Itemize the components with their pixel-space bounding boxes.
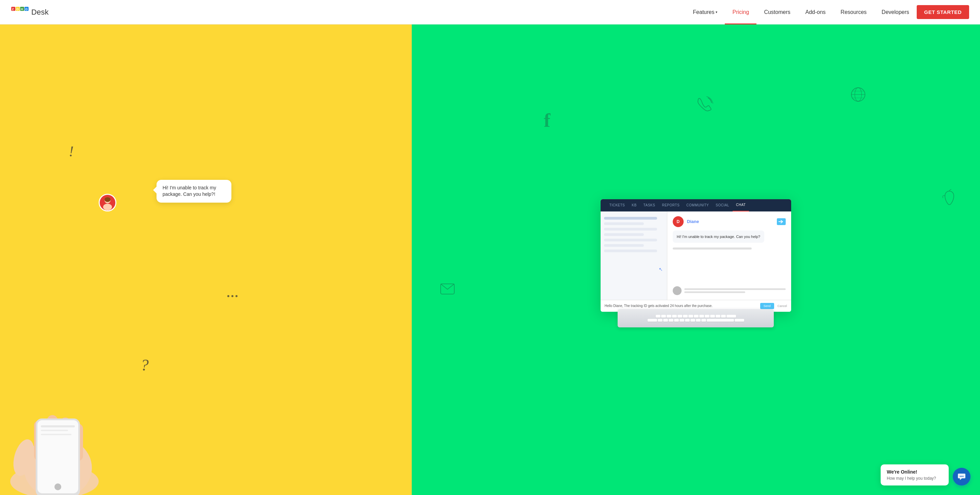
- app-nav-tickets[interactable]: TICKETS: [606, 199, 628, 211]
- svg-point-37: [961, 476, 962, 477]
- app-sidebar: ↖: [601, 211, 667, 300]
- key: [663, 319, 668, 322]
- svg-point-36: [960, 476, 961, 477]
- svg-rect-21: [37, 420, 78, 493]
- keyboard-row-2: [620, 319, 771, 322]
- key: [679, 319, 684, 322]
- svg-text:!: !: [69, 143, 74, 160]
- app-nav-kb[interactable]: KB: [628, 199, 640, 211]
- deco-exclaim-icon: !: [66, 142, 76, 164]
- compose-text[interactable]: Hello Diane, The tracking ID gets activa…: [605, 304, 757, 308]
- cancel-button[interactable]: Cancel: [778, 304, 787, 308]
- key: [710, 315, 715, 317]
- key: [688, 315, 693, 317]
- reply-line: [684, 288, 786, 290]
- svg-text:Z: Z: [12, 8, 14, 11]
- svg-point-11: [231, 295, 234, 297]
- key: [661, 315, 666, 317]
- app-nav-tasks[interactable]: TASKS: [640, 199, 659, 211]
- chat-user-name: Diane: [687, 219, 699, 224]
- chat-user-avatar: D: [673, 216, 684, 227]
- key: [669, 319, 673, 322]
- svg-text:O: O: [16, 8, 19, 11]
- svg-rect-23: [41, 430, 68, 431]
- sidebar-line: [604, 233, 644, 236]
- svg-text:?: ?: [140, 356, 149, 374]
- chat-popup: We're Online! How may I help you today?: [881, 465, 949, 485]
- svg-point-10: [227, 295, 229, 297]
- spacebar-key: [707, 319, 734, 322]
- chat-forward-icon: [777, 218, 786, 225]
- svg-rect-24: [41, 434, 72, 435]
- key: [658, 319, 662, 322]
- app-window: TICKETS KB TASKS REPORTS COMMUNITY SOCIA…: [601, 199, 791, 312]
- reply-avatar: [673, 286, 682, 295]
- get-started-button[interactable]: GET STARTED: [917, 5, 969, 19]
- nav-resources[interactable]: Resources: [833, 0, 874, 24]
- nav-developers[interactable]: Developers: [874, 0, 917, 24]
- key: [735, 319, 744, 322]
- svg-text:f: f: [544, 109, 550, 130]
- app-nav-community[interactable]: COMMUNITY: [683, 199, 712, 211]
- apple-icon: [942, 189, 957, 210]
- svg-point-12: [235, 295, 237, 297]
- chat-widget-button[interactable]: [953, 468, 970, 485]
- cursor-icon: ↖: [659, 267, 663, 272]
- zoho-logo-icon[interactable]: Z O H O: [11, 6, 29, 18]
- key: [672, 315, 677, 317]
- sidebar-line: [604, 228, 657, 230]
- deco-dots-icon: [226, 293, 240, 301]
- app-nav-reports[interactable]: REPORTS: [659, 199, 683, 211]
- nav-addons[interactable]: Add-ons: [798, 0, 833, 24]
- hand-phone-illustration: [0, 352, 136, 495]
- chat-spacer: [673, 253, 786, 283]
- svg-text:H: H: [21, 8, 23, 11]
- svg-point-25: [54, 484, 61, 490]
- sidebar-line: [604, 239, 657, 241]
- main-nav: Features ▾ Pricing Customers Add-ons Res…: [685, 0, 969, 24]
- send-button[interactable]: Send: [760, 303, 774, 309]
- app-nav-social[interactable]: SOCIAL: [712, 199, 733, 211]
- key: [674, 319, 679, 322]
- reply-text-preview: [684, 288, 786, 293]
- key: [678, 315, 682, 317]
- key: [648, 319, 657, 322]
- chat-reply-placeholder: [673, 248, 752, 249]
- product-name: Desk: [31, 8, 49, 17]
- sidebar-line: [604, 222, 644, 225]
- key: [716, 315, 721, 317]
- key: [656, 315, 660, 317]
- header: Z O H O Desk Features ▾ Pricing Customer…: [0, 0, 980, 24]
- key: [699, 315, 704, 317]
- nav-pricing[interactable]: Pricing: [725, 0, 756, 24]
- app-nav-bar: TICKETS KB TASKS REPORTS COMMUNITY SOCIA…: [601, 199, 791, 211]
- chat-popup-subtitle: How may I help you today?: [887, 476, 943, 481]
- key: [667, 315, 671, 317]
- features-chevron-icon: ▾: [716, 10, 717, 14]
- user-avatar: [99, 194, 116, 211]
- svg-point-27: [103, 204, 112, 211]
- chat-popup-title: We're Online!: [887, 469, 943, 474]
- left-panel: ! ?: [0, 24, 412, 495]
- phone-icon: [696, 95, 714, 116]
- svg-point-38: [963, 476, 964, 477]
- app-nav-chat[interactable]: CHAT: [733, 199, 749, 211]
- key: [694, 315, 698, 317]
- nav-features[interactable]: Features ▾: [685, 0, 725, 24]
- right-panel: f: [412, 24, 980, 495]
- desktop-mockup: TICKETS KB TASKS REPORTS COMMUNITY SOCIA…: [601, 199, 791, 327]
- sidebar-line: [604, 217, 657, 220]
- globe-icon: [850, 86, 867, 108]
- email-icon: [440, 283, 455, 298]
- svg-point-28: [105, 197, 111, 202]
- logo-area: Z O H O Desk: [11, 6, 49, 18]
- key: [685, 319, 690, 322]
- app-chat-area: D Diane Hi! I'm unable to track my packa…: [667, 211, 791, 300]
- main-content: ! ?: [0, 24, 980, 495]
- deco-question-icon: ?: [140, 354, 153, 378]
- key: [705, 315, 710, 317]
- chat-message: Hi! I'm unable to track my package. Can …: [673, 230, 764, 243]
- reply-line-short: [684, 291, 745, 293]
- sidebar-line: [604, 249, 657, 252]
- nav-customers[interactable]: Customers: [756, 0, 798, 24]
